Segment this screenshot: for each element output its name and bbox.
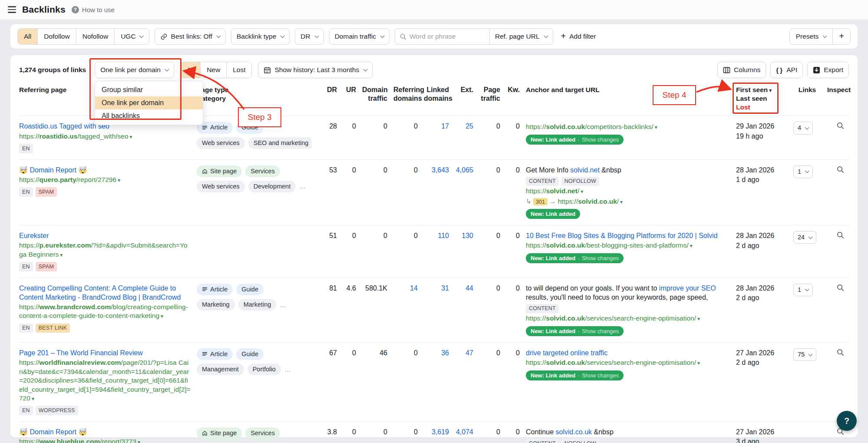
page-type-pill[interactable]: Guide <box>236 122 264 133</box>
metric-linked-domains[interactable]: 3,643 <box>424 165 449 219</box>
best-links-filter[interactable]: Best links: Off <box>155 28 226 45</box>
links-count-select[interactable]: 4 <box>793 122 813 134</box>
url-caret-icon[interactable]: ▾ <box>130 134 132 140</box>
ref-page-url-select[interactable]: Ref. page URL <box>489 29 553 44</box>
page-type-pill[interactable]: Marketing <box>197 299 235 311</box>
url-caret-icon[interactable]: ▾ <box>118 177 120 183</box>
metric-ext[interactable]: 44 <box>455 284 473 336</box>
more-categories[interactable]: … <box>280 301 286 309</box>
page-type-pill[interactable]: Services <box>245 427 280 439</box>
metric-linked-domains[interactable]: 110 <box>424 231 449 271</box>
metric-ext[interactable]: 47 <box>455 348 473 415</box>
show-changes-link[interactable]: Show changes <box>582 327 619 335</box>
filter-all[interactable]: All <box>18 29 37 44</box>
col-referring-domains[interactable]: Referringdomains <box>393 86 418 111</box>
page-type-pill[interactable]: Marketing <box>238 299 277 311</box>
url-caret-icon[interactable]: ▾ <box>32 396 34 402</box>
col-anchor-target-url[interactable]: Anchor and target URL <box>526 86 730 111</box>
page-type-pill[interactable]: Portfolio <box>248 364 281 375</box>
col-links[interactable]: Links <box>793 86 821 111</box>
col-inspect[interactable]: Inspect <box>827 86 849 111</box>
url-caret-icon[interactable]: ▾ <box>697 316 700 322</box>
metric-linked-domains[interactable]: 36 <box>424 348 449 415</box>
dr-filter[interactable]: DR <box>295 28 323 45</box>
metric-linked-domains[interactable]: 3,619 <box>424 427 449 443</box>
url-caret-icon[interactable]: ▾ <box>581 188 583 195</box>
page-type-pill[interactable]: Development <box>248 181 296 192</box>
referring-page-link[interactable]: Page 201 – The World Financial Review <box>19 349 143 357</box>
anchor-link[interactable]: improve your SEO <box>659 284 716 292</box>
menu-item-group-similar[interactable]: Group similar <box>95 83 203 96</box>
links-count-select[interactable]: 1 <box>793 284 813 296</box>
metric-ext[interactable]: 25 <box>455 122 473 153</box>
metric-ext[interactable]: 4,074 <box>455 427 473 443</box>
page-type-pill[interactable]: Guide <box>236 348 264 360</box>
mode-lost[interactable]: Lost <box>226 62 251 78</box>
url-caret-icon[interactable]: ▾ <box>655 124 657 130</box>
add-preset-button[interactable]: + <box>832 29 850 44</box>
referring-page-link[interactable]: Domain Report <box>30 428 76 436</box>
page-type-pill[interactable]: Web services <box>197 137 245 149</box>
hamburger-menu-icon[interactable] <box>8 6 16 13</box>
col-first-seen-sort[interactable]: First seen▾Last seenLost <box>736 86 787 111</box>
magnifier-icon[interactable] <box>836 284 845 292</box>
filter-nofollow[interactable]: Nofollow <box>76 29 114 44</box>
columns-button[interactable]: Columns <box>717 62 766 78</box>
anchor-link[interactable]: 10 Best Free Blog Sites & Blogging Platf… <box>526 232 718 239</box>
show-changes-link[interactable]: Show changes <box>582 372 619 379</box>
url-caret-icon[interactable]: ▾ <box>697 360 700 366</box>
show-history-button[interactable]: Show history: Last 3 months <box>258 62 373 78</box>
show-changes-link[interactable]: Show changes <box>582 136 619 143</box>
mode-all[interactable]: All <box>181 62 200 78</box>
col-ext[interactable]: Ext. <box>455 86 473 111</box>
col-linked-domains[interactable]: Linkeddomains <box>424 86 449 111</box>
magnifier-icon[interactable] <box>836 122 845 130</box>
group-mode-dropdown[interactable]: One link per domain <box>95 62 174 78</box>
metric-ext[interactable]: 4,065 <box>455 165 473 219</box>
url-caret-icon[interactable]: ▾ <box>620 199 623 205</box>
show-changes-link[interactable]: Show changes <box>582 255 619 262</box>
export-button[interactable]: Export <box>807 62 849 78</box>
anchor-link[interactable]: drive targeted online traffic <box>526 349 607 357</box>
magnifier-icon[interactable] <box>836 348 845 357</box>
links-count-select[interactable]: 24 <box>793 231 816 244</box>
url-caret-icon[interactable]: ▾ <box>60 252 63 258</box>
metric-ext[interactable]: 130 <box>455 231 473 271</box>
magnifier-icon[interactable] <box>836 165 845 174</box>
help-fab[interactable]: ? <box>837 411 857 431</box>
anchor-link[interactable]: solvid.net <box>570 166 600 174</box>
page-type-pill[interactable]: Services <box>245 165 280 177</box>
url-caret-icon[interactable]: ▾ <box>138 439 140 443</box>
page-type-pill[interactable]: Article <box>197 284 233 295</box>
url-caret-icon[interactable]: ▾ <box>690 243 693 249</box>
page-type-pill[interactable]: Guide <box>236 284 264 295</box>
anchor-link[interactable]: solvid.co.uk <box>556 428 592 436</box>
links-count-select[interactable]: 75 <box>793 348 816 361</box>
page-type-pill[interactable]: SEO and marketing <box>248 137 312 149</box>
api-button[interactable]: { }API <box>770 62 803 78</box>
metric-linked-domains[interactable]: 31 <box>424 284 449 336</box>
domain-traffic-filter[interactable]: Domain traffic <box>329 28 389 45</box>
how-to-use[interactable]: ? How to use <box>72 6 115 13</box>
metric-referring-domains[interactable]: 14 <box>393 284 418 336</box>
more-categories[interactable]: … <box>299 182 306 191</box>
menu-item-one-link-per-domain[interactable]: One link per domain <box>95 96 203 109</box>
presets-button[interactable]: Presets <box>790 29 833 44</box>
page-type-pill[interactable]: Management <box>197 364 244 375</box>
referring-page-link[interactable]: Domain Report <box>30 166 76 174</box>
filter-dofollow[interactable]: Dofollow <box>37 29 76 44</box>
links-count-select[interactable]: 1 <box>793 165 813 178</box>
menu-item-all-backlinks[interactable]: All backlinks <box>95 109 203 122</box>
filter-ugc[interactable]: UGC <box>114 29 149 44</box>
word-or-phrase-input[interactable] <box>407 33 489 40</box>
col-dr[interactable]: DR <box>318 86 337 111</box>
referring-page-link[interactable]: Creating Compelling Content: A Complete … <box>19 284 181 301</box>
metric-linked-domains[interactable]: 17 <box>424 122 449 153</box>
mode-new[interactable]: New <box>200 62 226 78</box>
col-domain-traffic[interactable]: Domaintraffic <box>362 86 387 111</box>
more-categories[interactable]: … <box>284 365 291 374</box>
add-filter-button[interactable]: +Add filter <box>558 33 599 40</box>
page-type-pill[interactable]: Web services <box>197 181 245 192</box>
page-type-pill[interactable]: Article <box>197 348 233 360</box>
url-caret-icon[interactable]: ▾ <box>161 313 163 319</box>
